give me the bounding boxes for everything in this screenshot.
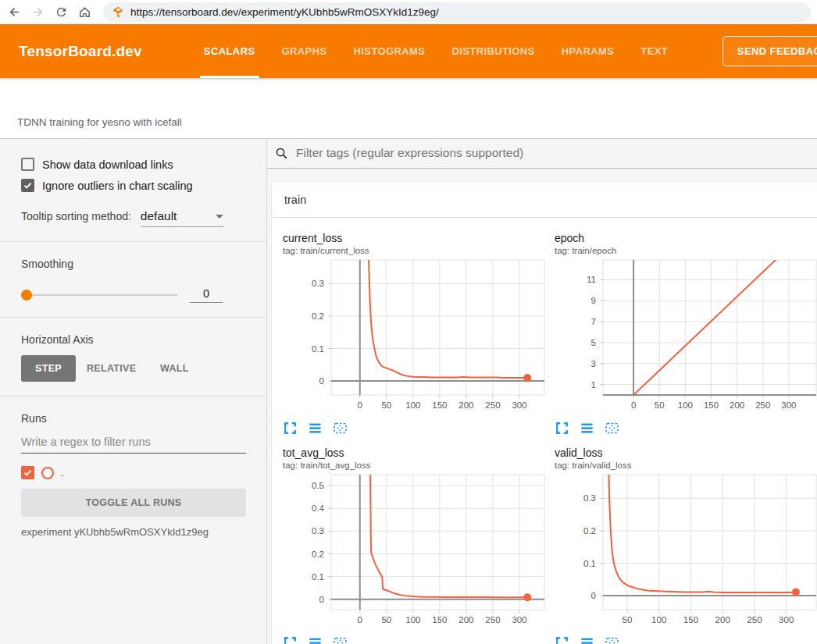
browser-toolbar: https://tensorboard.dev/experiment/yKUbh… bbox=[0, 0, 817, 24]
smoothing-section: Smoothing 0 bbox=[0, 242, 266, 318]
tab-distributions[interactable]: DISTRIBUTIONS bbox=[438, 24, 548, 78]
app-header: TensorBoard.dev SCALARSGRAPHSHISTOGRAMSD… bbox=[0, 24, 817, 78]
svg-text:150: 150 bbox=[432, 400, 447, 410]
svg-text:250: 250 bbox=[755, 400, 770, 410]
header-spacer bbox=[681, 24, 722, 78]
chart-plot[interactable]: 00.10.20.30.40.5050100150200250300 bbox=[283, 473, 545, 631]
fit-domain-icon[interactable] bbox=[605, 421, 619, 436]
chart-title: valid_loss bbox=[555, 447, 817, 459]
tag-group-header-train[interactable]: train bbox=[272, 183, 817, 218]
run-list-item[interactable]: . bbox=[21, 466, 246, 479]
checkbox-checked-icon[interactable] bbox=[21, 179, 34, 192]
checkbox-label: Ignore outliers in chart scaling bbox=[42, 180, 193, 192]
search-icon bbox=[275, 147, 288, 160]
tab-hparams[interactable]: HPARAMS bbox=[548, 24, 628, 78]
smoothing-label: Smoothing bbox=[21, 258, 246, 270]
svg-text:0.1: 0.1 bbox=[312, 572, 324, 582]
run-checkbox[interactable] bbox=[21, 466, 34, 479]
svg-text:0: 0 bbox=[591, 591, 596, 600]
svg-text:300: 300 bbox=[512, 400, 526, 410]
run-selector-lines-icon[interactable] bbox=[580, 421, 594, 436]
svg-text:250: 250 bbox=[485, 615, 500, 624]
axis-button-group: STEPRELATIVEWALL bbox=[21, 355, 246, 382]
run-selector-lines-icon[interactable] bbox=[308, 421, 323, 436]
reload-icon[interactable] bbox=[53, 5, 69, 20]
checkbox-unchecked-icon[interactable] bbox=[21, 158, 34, 171]
expand-chart-icon[interactable] bbox=[283, 421, 298, 436]
chart-plot[interactable]: 00.10.20.350100150200250300 bbox=[555, 473, 817, 631]
send-feedback-button[interactable]: SEND FEEDBACK bbox=[722, 36, 817, 66]
runs-filter-input[interactable]: Write a regex to filter runs bbox=[21, 436, 246, 454]
fit-domain-icon[interactable] bbox=[333, 421, 348, 436]
chart-plot[interactable]: 00.10.20.3050100150200250300 bbox=[283, 258, 545, 416]
tooltip-sorting-row: Tooltip sorting method: default bbox=[21, 209, 246, 227]
fit-domain-icon[interactable] bbox=[605, 635, 619, 644]
run-name: . bbox=[61, 467, 64, 479]
settings-sidebar: Show data download links Ignore outliers… bbox=[0, 139, 267, 644]
svg-text:150: 150 bbox=[704, 400, 719, 410]
svg-text:5: 5 bbox=[591, 338, 596, 347]
home-icon[interactable] bbox=[77, 5, 92, 20]
forward-icon[interactable] bbox=[30, 5, 45, 20]
chevron-down-icon bbox=[216, 215, 223, 219]
tag-group-card: train current_loss tag: train/current_lo… bbox=[272, 183, 817, 644]
svg-text:300: 300 bbox=[512, 615, 526, 624]
ignore-outliers-checkbox[interactable]: Ignore outliers in chart scaling bbox=[21, 179, 246, 192]
slider-thumb[interactable] bbox=[21, 290, 32, 301]
horizontal-axis-label: Horizontal Axis bbox=[21, 333, 246, 346]
chart-action-icons bbox=[555, 635, 817, 644]
general-settings-section: Show data download links Ignore outliers… bbox=[0, 139, 266, 242]
tab-scalars[interactable]: SCALARS bbox=[191, 24, 269, 78]
svg-text:250: 250 bbox=[747, 615, 762, 624]
svg-text:0.5: 0.5 bbox=[312, 481, 324, 490]
svg-text:300: 300 bbox=[779, 615, 794, 624]
experiment-title: TDNN training for yesno with icefall bbox=[0, 116, 182, 138]
smoothing-value-input[interactable]: 0 bbox=[190, 287, 223, 303]
fit-domain-icon[interactable] bbox=[333, 635, 348, 644]
svg-text:50: 50 bbox=[381, 615, 391, 624]
tab-text[interactable]: TEXT bbox=[627, 24, 681, 78]
charts-grid: current_loss tag: train/current_loss 00.… bbox=[272, 218, 817, 644]
svg-text:0.3: 0.3 bbox=[583, 493, 596, 503]
tag-filter-row[interactable]: Filter tags (regular expressions support… bbox=[267, 146, 817, 169]
chart-plot[interactable]: 1357911050100150200250300 bbox=[555, 258, 817, 416]
run-selector-lines-icon[interactable] bbox=[580, 635, 594, 644]
smoothing-slider[interactable] bbox=[21, 290, 177, 301]
axis-button-step[interactable]: STEP bbox=[21, 355, 76, 382]
svg-text:100: 100 bbox=[678, 400, 693, 410]
horizontal-axis-section: Horizontal Axis STEPRELATIVEWALL bbox=[0, 318, 266, 397]
expand-chart-icon[interactable] bbox=[283, 635, 298, 644]
svg-text:0.3: 0.3 bbox=[312, 279, 324, 288]
run-selector-lines-icon[interactable] bbox=[308, 635, 323, 644]
checkbox-label: Show data download links bbox=[42, 158, 173, 171]
back-icon[interactable] bbox=[6, 5, 22, 20]
app-logo: TensorBoard.dev bbox=[19, 24, 142, 78]
svg-text:100: 100 bbox=[651, 615, 666, 624]
chart-action-icons bbox=[555, 421, 817, 436]
address-bar[interactable]: https://tensorboard.dev/experiment/yKUbh… bbox=[103, 2, 811, 22]
expand-chart-icon[interactable] bbox=[555, 635, 569, 644]
axis-button-relative[interactable]: RELATIVE bbox=[76, 355, 147, 382]
experiment-id-text: experiment yKUbhb5wRmOSXYkId1z9eg bbox=[21, 526, 246, 538]
svg-text:3: 3 bbox=[591, 359, 596, 368]
show-download-links-checkbox[interactable]: Show data download links bbox=[21, 158, 246, 171]
chart-tag: tag: train/valid_loss bbox=[555, 461, 817, 470]
svg-text:0.2: 0.2 bbox=[312, 550, 324, 559]
tag-filter-input[interactable]: Filter tags (regular expressions support… bbox=[296, 146, 523, 160]
tab-histograms[interactable]: HISTOGRAMS bbox=[341, 24, 439, 78]
tooltip-sorting-dropdown[interactable]: default bbox=[141, 209, 223, 227]
nav-tabs: SCALARSGRAPHSHISTOGRAMSDISTRIBUTIONSHPAR… bbox=[191, 24, 681, 78]
svg-text:50: 50 bbox=[623, 615, 633, 624]
toggle-all-runs-button[interactable]: TOGGLE ALL RUNS bbox=[21, 489, 246, 517]
chart-action-icons bbox=[283, 635, 545, 644]
chart-action-icons bbox=[283, 421, 545, 436]
chart-tag: tag: train/current_loss bbox=[283, 246, 545, 255]
axis-button-wall[interactable]: WALL bbox=[147, 355, 202, 382]
scalar-chart-card: epoch tag: train/epoch 13579110501001502… bbox=[555, 232, 817, 436]
scalar-chart-card: valid_loss tag: train/valid_loss 00.10.2… bbox=[555, 447, 817, 644]
expand-chart-icon[interactable] bbox=[555, 421, 569, 436]
svg-text:100: 100 bbox=[405, 400, 420, 410]
svg-text:0.4: 0.4 bbox=[312, 503, 325, 513]
svg-text:0.1: 0.1 bbox=[312, 344, 324, 354]
tab-graphs[interactable]: GRAPHS bbox=[269, 24, 341, 78]
